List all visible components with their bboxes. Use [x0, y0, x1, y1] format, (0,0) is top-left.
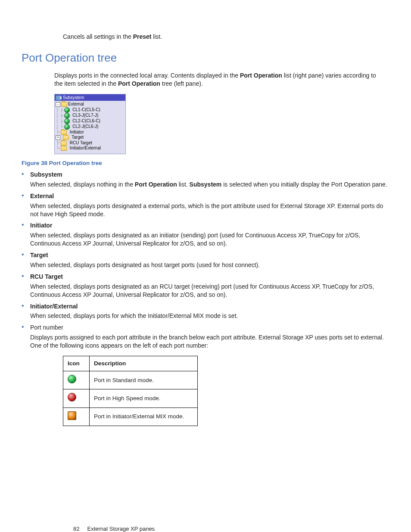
tree-line: ├·· — [56, 140, 60, 145]
definition-text: When selected, displays ports designated… — [30, 202, 389, 218]
text: tree (left pane). — [160, 80, 203, 87]
definition-text: When selected, displays ports designated… — [30, 261, 389, 269]
definition-term: Port number — [30, 324, 389, 332]
preset-word: Preset — [133, 33, 152, 40]
desc-cell: Port in High Speed mode. — [90, 389, 198, 408]
port-operation-tree: Subsystem - External │ ├· CL1-C(CL5-C) │… — [54, 94, 126, 154]
tree-line: └·· — [56, 146, 60, 151]
figure-caption: Figure 38 Port Operation tree — [22, 159, 389, 167]
expand-icon[interactable]: + — [56, 135, 60, 140]
folder-icon — [61, 141, 67, 146]
definition-term: Initiator/External — [30, 302, 389, 311]
definition-term: Target — [30, 251, 389, 259]
tree-header-label: Subsystem — [63, 95, 84, 101]
definition-text: Displays ports assigned to each port att… — [30, 333, 389, 350]
definition-term: Subsystem — [30, 171, 389, 179]
folder-icon — [63, 135, 69, 140]
definition-text: When selected, displays ports designated… — [30, 283, 389, 299]
port-operation-label: Port Operation — [240, 72, 282, 79]
col-icon: Icon — [63, 356, 90, 371]
definition-text: When selected, displays nothing in the P… — [30, 180, 389, 189]
definition-item: Port numberDisplays ports assigned to ea… — [22, 324, 389, 350]
bold-term: Subsystem — [190, 181, 222, 188]
tree-label: Initiator — [70, 130, 84, 135]
table-row: Port in Initiator/External MIX mode. — [63, 408, 198, 426]
definition-text: When selected, displays ports for which … — [30, 312, 389, 320]
tree-node-external[interactable]: - External — [56, 102, 125, 107]
cancel-preset-line: Cancels all settings in the Preset list. — [63, 33, 377, 41]
tree-line: │ ├· — [56, 119, 63, 124]
port-mix-icon — [68, 411, 76, 420]
desc-cell: Port in Standard mode. — [90, 371, 198, 389]
tree-node-port[interactable]: │ └· CL2-J(CL6-J) — [56, 124, 125, 130]
bold-term: Port Operation — [135, 181, 177, 188]
definition-item: TargetWhen selected, displays ports desi… — [22, 251, 389, 269]
subsystem-icon — [56, 95, 62, 100]
text: list. — [151, 33, 162, 40]
port-icon — [64, 113, 70, 118]
tree-line: │ ├· — [56, 113, 63, 118]
definition-term: External — [30, 192, 389, 200]
section-heading: Port Operation tree — [22, 50, 389, 65]
tree-node-port[interactable]: │ ├· CL3-J(CL7-J) — [56, 113, 125, 118]
folder-icon — [61, 130, 67, 135]
definition-item: RCU TargetWhen selected, displays ports … — [22, 273, 389, 299]
icon-cell — [63, 389, 90, 408]
port-icon — [64, 107, 70, 113]
tree-label: CL2-J(CL6-J) — [72, 124, 98, 130]
text: When selected, displays ports designated… — [30, 202, 383, 218]
tree-line: · — [61, 135, 62, 140]
text: When selected, displays ports designated… — [30, 261, 260, 268]
definition-term: Initiator — [30, 221, 389, 230]
tree-body: - External │ ├· CL1-C(CL5-C) │ ├· CL3-J(… — [55, 101, 125, 154]
definition-list: SubsystemWhen selected, displays nothing… — [22, 171, 389, 350]
port-standard-icon — [68, 375, 76, 383]
port-operation-label: Port Operation — [118, 80, 160, 87]
text: When selected, displays ports designated… — [30, 283, 374, 298]
collapse-icon[interactable]: - — [56, 102, 60, 107]
definition-term: RCU Target — [30, 273, 389, 281]
tree-label: CL2-C(CL6-C) — [72, 118, 100, 124]
page-number: 82 — [73, 526, 79, 532]
folder-icon — [61, 102, 67, 107]
table-row: Port in Standard mode. — [63, 371, 198, 389]
icon-cell — [63, 408, 90, 426]
page-footer: 82 External Storage XP panes — [73, 525, 155, 532]
tree-label: CL1-C(CL5-C) — [72, 107, 100, 113]
definition-item: ExternalWhen selected, displays ports de… — [22, 192, 389, 218]
tree-label: RCU Target — [70, 140, 92, 146]
tree-label: External — [68, 102, 84, 107]
tree-node-target[interactable]: +· Target — [56, 135, 125, 140]
intro-paragraph: Displays ports in the connected local ar… — [54, 72, 377, 88]
tree-node-rcu-target[interactable]: ├·· RCU Target — [56, 140, 125, 146]
tree-node-port[interactable]: │ ├· CL2-C(CL6-C) — [56, 118, 125, 124]
port-icon — [64, 118, 70, 124]
desc-cell: Port in Initiator/External MIX mode. — [90, 408, 198, 426]
text: When selected, displays ports designated… — [30, 232, 360, 247]
footer-title: External Storage XP panes — [87, 526, 155, 532]
tree-label: Target — [72, 135, 84, 140]
tree-header: Subsystem — [55, 94, 125, 101]
tree-line: │ └· — [56, 124, 63, 129]
text: When selected, displays nothing in the — [30, 181, 135, 188]
text: When selected, displays ports for which … — [30, 312, 238, 319]
icon-description-table: Icon Description Port in Standard mode. … — [63, 356, 198, 426]
definition-item: Initiator/ExternalWhen selected, display… — [22, 302, 389, 320]
text: Displays ports in the connected local ar… — [54, 72, 240, 79]
text: Cancels all settings in the — [63, 33, 133, 40]
tree-label: Initiator/External — [70, 146, 101, 151]
definition-item: SubsystemWhen selected, displays nothing… — [22, 171, 389, 189]
text: is selected when you initially display t… — [221, 181, 387, 188]
tree-line: ├·· — [56, 130, 60, 134]
icon-cell — [63, 371, 90, 389]
definition-text: When selected, displays ports designated… — [30, 231, 389, 248]
table-row: Port in High Speed mode. — [63, 389, 198, 408]
tree-node-initiator-external[interactable]: └·· Initiator/External — [56, 146, 125, 151]
folder-icon — [61, 146, 67, 151]
tree-node-port[interactable]: │ ├· CL1-C(CL5-C) — [56, 107, 125, 113]
port-icon — [64, 124, 70, 130]
text: Displays ports assigned to each port att… — [30, 334, 384, 349]
text: list. — [177, 181, 190, 188]
table-header-row: Icon Description — [63, 356, 198, 371]
col-description: Description — [90, 356, 198, 371]
